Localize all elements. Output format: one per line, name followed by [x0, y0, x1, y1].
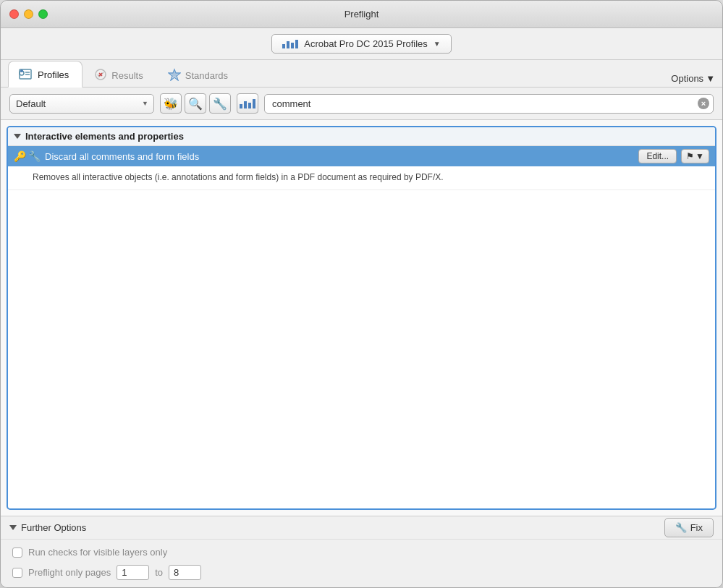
chevron-down-icon: ▼	[434, 40, 441, 48]
chart-icon	[282, 40, 298, 48]
tab-results-label: Results	[111, 70, 143, 81]
list-item-label: Discard all comments and form fields	[45, 151, 638, 162]
chart-bars-icon	[240, 99, 255, 108]
page-to-input[interactable]	[169, 565, 201, 580]
visible-layers-row: Run checks for visible layers only	[12, 547, 711, 558]
preflight-pages-label: Preflight only pages	[28, 567, 111, 578]
options-area: Options ▼	[671, 73, 715, 87]
search-input[interactable]	[264, 94, 714, 114]
profile-dropdown-label: Acrobat Pro DC 2015 Profiles	[304, 38, 428, 49]
main-list-area: Interactive elements and properties 🔑 🔧 …	[1, 120, 722, 516]
wrench-icon: 🔧	[213, 97, 227, 111]
tabs-bar: Profiles Results Standards	[1, 60, 722, 88]
fix-button-label: Fix	[690, 522, 703, 533]
preflight-pages-checkbox[interactable]	[12, 568, 22, 578]
profile-toolbar: Acrobat Pro DC 2015 Profiles ▼	[1, 28, 722, 60]
further-options-label: Further Options	[21, 522, 86, 533]
svg-point-4	[20, 69, 23, 72]
list-container: Interactive elements and properties 🔑 🔧 …	[7, 126, 716, 510]
further-options-toggle[interactable]	[9, 525, 17, 530]
options-button[interactable]: Options ▼	[671, 73, 715, 84]
flag-icon: ⚑	[686, 151, 694, 161]
magnify-icon: 🔍	[188, 97, 203, 111]
default-select-wrapper: Default	[9, 94, 154, 114]
wrench-icon-button[interactable]: 🔧	[209, 93, 231, 114]
key-icon: 🔑	[14, 150, 26, 162]
tab-standards-label: Standards	[185, 70, 228, 81]
group-header: Interactive elements and properties	[8, 127, 715, 146]
page-from-input[interactable]	[117, 565, 149, 580]
tab-profiles[interactable]: Profiles	[8, 61, 83, 88]
results-tab-icon	[94, 68, 107, 83]
close-button[interactable]	[9, 9, 19, 19]
edit-button[interactable]: Edit...	[638, 149, 677, 163]
wrench-small-icon: 🔧	[28, 150, 41, 162]
search-icon-button[interactable]: 🔍	[185, 93, 206, 114]
tab-standards[interactable]: Standards	[158, 62, 241, 88]
window-title: Preflight	[344, 9, 379, 20]
search-clear-button[interactable]: ×	[698, 98, 709, 109]
profile-dropdown-button[interactable]: Acrobat Pro DC 2015 Profiles ▼	[271, 34, 451, 54]
pages-to-label: to	[155, 567, 163, 578]
search-input-wrapper: ×	[264, 94, 714, 114]
preflight-pages-row: Preflight only pages to	[12, 565, 711, 580]
standards-tab-icon	[168, 68, 181, 83]
profiles-tab-icon	[19, 67, 33, 82]
fix-wrench-icon: 🔧	[675, 522, 687, 533]
chart-icon-button[interactable]	[237, 93, 258, 114]
default-select[interactable]: Default	[9, 94, 154, 114]
tab-results[interactable]: Results	[84, 62, 156, 88]
list-item-icons: 🔑 🔧	[14, 150, 41, 162]
visible-layers-label: Run checks for visible layers only	[28, 547, 167, 558]
group-header-label: Interactive elements and properties	[25, 131, 184, 142]
minimize-button[interactable]	[24, 9, 33, 19]
collapse-toggle[interactable]	[14, 134, 21, 139]
options-arrow: ▼	[706, 73, 715, 84]
visible-layers-checkbox[interactable]	[12, 547, 22, 558]
content-area: Default 🐝 🔍 🔧	[1, 88, 722, 516]
flag-button[interactable]: ⚑ ▼	[681, 149, 709, 163]
item-description: Removes all interactive objects (i.e. an…	[8, 166, 715, 190]
tab-profiles-label: Profiles	[38, 69, 69, 80]
traffic-lights	[9, 9, 48, 19]
titlebar: Preflight	[1, 1, 722, 28]
fix-button[interactable]: 🔧 Fix	[664, 518, 714, 537]
options-label: Options	[671, 73, 703, 84]
maximize-button[interactable]	[38, 9, 48, 19]
further-options-body: Run checks for visible layers only Prefl…	[1, 540, 722, 587]
search-bar: Default 🐝 🔍 🔧	[1, 88, 722, 120]
icon-buttons-group: 🐝 🔍 🔧	[160, 93, 231, 114]
flag-dropdown-arrow: ▼	[695, 151, 704, 161]
bee-icon-button[interactable]: 🐝	[160, 93, 182, 114]
app-window: Preflight Acrobat Pro DC 2015 Profiles ▼	[0, 0, 723, 588]
list-item[interactable]: 🔑 🔧 Discard all comments and form fields…	[8, 146, 715, 166]
bottom-section: Further Options 🔧 Fix Run checks for vis…	[1, 516, 722, 587]
bee-icon: 🐝	[164, 97, 178, 111]
further-options-header: Further Options 🔧 Fix	[1, 516, 722, 540]
